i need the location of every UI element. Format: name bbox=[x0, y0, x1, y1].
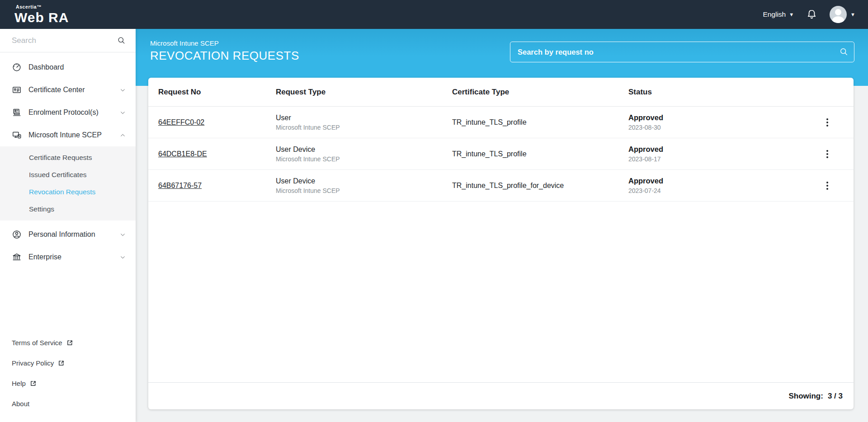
request-subtype: Microsoft Intune SCEP bbox=[276, 124, 452, 131]
sidebar-item-personal-information[interactable]: Personal Information bbox=[0, 223, 136, 246]
sidebar-item-label: Enterprise bbox=[28, 253, 120, 261]
status-date: 2023-08-30 bbox=[628, 124, 811, 131]
request-search-input[interactable] bbox=[510, 42, 854, 62]
enrolment-icon bbox=[12, 108, 22, 117]
request-type: User Device bbox=[276, 145, 452, 154]
sidebar-item-enrolment-protocols[interactable]: Enrolment Protocol(s) bbox=[0, 101, 136, 124]
sidebar-item-microsoft-intune-scep[interactable]: Microsoft Intune SCEP bbox=[0, 124, 136, 146]
row-actions-kebab-icon[interactable] bbox=[824, 116, 831, 129]
dashboard-icon bbox=[12, 62, 22, 72]
sidebar-item-dashboard[interactable]: Dashboard bbox=[0, 56, 136, 79]
avatar bbox=[830, 6, 847, 23]
link-label: Help bbox=[12, 380, 26, 387]
chevron-down-icon: ▼ bbox=[850, 12, 855, 17]
certificate-type: TR_intune_TLS_profile bbox=[452, 150, 628, 158]
topbar: Ascertia™ Web RA English ▼ ▼ bbox=[0, 0, 868, 29]
chevron-down-icon bbox=[120, 110, 126, 116]
enterprise-icon bbox=[12, 252, 22, 262]
language-label: English bbox=[763, 10, 786, 19]
request-type: User Device bbox=[276, 177, 452, 185]
revocation-requests-card: Request No Request Type Certificate Type… bbox=[148, 78, 854, 409]
notifications-bell-icon[interactable] bbox=[806, 9, 818, 21]
table-header: Request No Request Type Certificate Type… bbox=[148, 78, 854, 107]
status-date: 2023-08-17 bbox=[628, 155, 811, 163]
request-search bbox=[510, 42, 854, 62]
request-no-link[interactable]: 64EEFFC0-02 bbox=[158, 118, 276, 127]
request-subtype: Microsoft Intune SCEP bbox=[276, 187, 452, 194]
column-header-certificate-type: Certificate Type bbox=[452, 88, 628, 97]
brand-logo[interactable]: Ascertia™ Web RA bbox=[14, 5, 69, 24]
certificate-icon bbox=[12, 85, 22, 95]
brand-ascertia: Ascertia™ bbox=[16, 5, 69, 9]
sidebar-nav: Dashboard Certificate Center bbox=[0, 52, 136, 268]
sidebar-item-certificate-center[interactable]: Certificate Center bbox=[0, 79, 136, 101]
link-label: Terms of Service bbox=[12, 339, 62, 347]
column-header-request-type: Request Type bbox=[276, 88, 452, 97]
column-header-status: Status bbox=[628, 88, 811, 97]
sidebar-footer: Terms of Service Privacy Policy Help Abo… bbox=[0, 333, 136, 422]
submenu-item-settings[interactable]: Settings bbox=[0, 201, 136, 218]
external-link-icon bbox=[30, 380, 37, 387]
sidebar-item-label: Certificate Center bbox=[28, 86, 120, 94]
sidebar-item-label: Microsoft Intune SCEP bbox=[28, 131, 120, 139]
request-subtype: Microsoft Intune SCEP bbox=[276, 155, 452, 163]
certificate-type: TR_intune_TLS_profile bbox=[452, 118, 628, 127]
about-link[interactable]: About bbox=[0, 394, 136, 414]
external-link-icon bbox=[66, 339, 73, 346]
chevron-down-icon bbox=[120, 232, 126, 238]
showing-label: Showing: bbox=[788, 392, 823, 401]
sidebar-item-label: Personal Information bbox=[28, 230, 120, 239]
search-icon[interactable] bbox=[117, 36, 126, 45]
topbar-right: English ▼ ▼ bbox=[763, 6, 855, 23]
page-title: REVOCATION REQUESTS bbox=[150, 49, 299, 63]
search-icon[interactable] bbox=[839, 47, 849, 56]
link-label: Privacy Policy bbox=[12, 359, 54, 367]
request-type: User bbox=[276, 114, 452, 122]
submenu-item-issued-certificates[interactable]: Issued Certificates bbox=[0, 166, 136, 183]
table-row: 64B67176-57 User Device Microsoft Intune… bbox=[148, 170, 854, 202]
submenu-item-revocation-requests[interactable]: Revocation Requests bbox=[0, 183, 136, 201]
row-actions-kebab-icon[interactable] bbox=[824, 179, 831, 192]
sidebar-item-enterprise[interactable]: Enterprise bbox=[0, 246, 136, 268]
chevron-up-icon bbox=[120, 132, 126, 138]
chevron-down-icon bbox=[120, 254, 126, 260]
certificate-type: TR_intune_TLS_profile_for_device bbox=[452, 182, 628, 190]
person-icon bbox=[12, 230, 22, 239]
submenu-item-certificate-requests[interactable]: Certificate Requests bbox=[0, 149, 136, 166]
chevron-down-icon bbox=[120, 87, 126, 93]
sidebar-search bbox=[0, 29, 136, 52]
sidebar-item-label: Enrolment Protocol(s) bbox=[28, 108, 120, 117]
table-row: 64EEFFC0-02 User Microsoft Intune SCEP T… bbox=[148, 107, 854, 138]
language-selector[interactable]: English ▼ bbox=[763, 10, 794, 19]
intune-submenu: Certificate Requests Issued Certificates… bbox=[0, 146, 136, 220]
column-header-request-no: Request No bbox=[158, 88, 276, 97]
terms-of-service-link[interactable]: Terms of Service bbox=[0, 333, 136, 353]
table-footer: Showing: 3 / 3 bbox=[148, 382, 854, 409]
external-link-icon bbox=[58, 360, 65, 366]
link-label: About bbox=[12, 400, 29, 408]
sidebar: Dashboard Certificate Center bbox=[0, 29, 136, 422]
intune-icon bbox=[12, 130, 22, 140]
status-badge: Approved bbox=[628, 145, 811, 154]
breadcrumb: Microsoft Intune SCEP bbox=[150, 39, 299, 47]
help-link[interactable]: Help bbox=[0, 373, 136, 394]
user-menu[interactable]: ▼ bbox=[830, 6, 855, 23]
status-badge: Approved bbox=[628, 113, 811, 122]
brand-webra: Web RA bbox=[14, 10, 69, 25]
status-date: 2023-07-24 bbox=[628, 187, 811, 194]
request-no-link[interactable]: 64DCB1E8-DE bbox=[158, 150, 276, 158]
sidebar-search-input[interactable] bbox=[12, 36, 117, 45]
request-no-link[interactable]: 64B67176-57 bbox=[158, 182, 276, 190]
row-actions-kebab-icon[interactable] bbox=[824, 147, 831, 161]
showing-count: 3 / 3 bbox=[828, 392, 843, 401]
privacy-policy-link[interactable]: Privacy Policy bbox=[0, 353, 136, 373]
status-badge: Approved bbox=[628, 177, 811, 185]
main-content: Microsoft Intune SCEP REVOCATION REQUEST… bbox=[136, 29, 868, 422]
chevron-down-icon: ▼ bbox=[789, 12, 794, 17]
table-row: 64DCB1E8-DE User Device Microsoft Intune… bbox=[148, 138, 854, 170]
sidebar-item-label: Dashboard bbox=[28, 63, 126, 71]
